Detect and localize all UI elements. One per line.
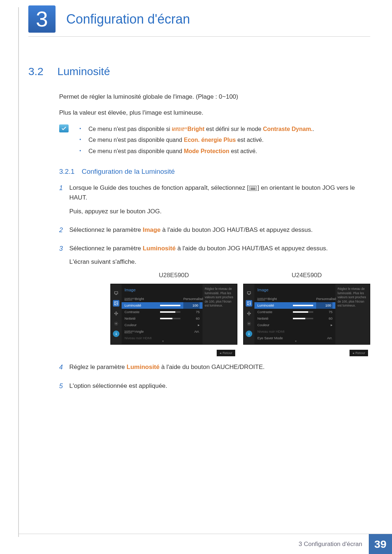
chevron-down-icon: ▾ (162, 339, 164, 344)
osd-menu-title: Image (254, 287, 335, 296)
chapter-header: 3 Configuration d'écran (28, 5, 370, 37)
image-param-label: Image (143, 226, 160, 233)
step-1-number: 1 (59, 183, 69, 220)
osd-item-niveau-hdmi: Niveau noir HDMI (254, 328, 335, 335)
back-arrow-icon: ◂ (352, 351, 354, 355)
osd-val-arr: Arr. (316, 335, 332, 341)
monitor-icon (113, 290, 119, 296)
subsection-title: Configuration de la Luminosité (82, 168, 175, 176)
step-5-text: L'option sélectionnée est appliquée. (69, 381, 370, 391)
note-3-text-c: est activé. (229, 148, 257, 154)
subsection-heading: 3.2.1 Configuration de la Luminosité (59, 168, 370, 176)
svg-rect-0 (115, 292, 118, 294)
contraste-dynam-label: Contraste Dynam. (263, 126, 313, 132)
section-title: Luminosité (57, 65, 110, 78)
page-number: 39 (369, 534, 392, 554)
step-2-number: 2 (59, 225, 69, 238)
section-number: 3.2 (28, 65, 57, 78)
osd-menu-left: Image SAMSUNGMAGICBright Personnalisé Lu… (110, 284, 237, 345)
osd-main: Image SAMSUNGMAGICBright Personnalisé Lu… (122, 284, 203, 344)
chapter-title: Configuration d'écran (66, 12, 190, 27)
osd-item-magic-bright: SAMSUNGMAGICBright Personnalisé (254, 296, 335, 302)
osd-item-contraste: Contraste 75 (122, 309, 203, 315)
step-1-text-a: Lorsque le Guide des touches de fonction… (69, 184, 249, 191)
note-1-text-c: est défini sur le mode (204, 126, 263, 132)
osd-item-nettete: Netteté 60 (254, 315, 335, 322)
note-block: Ce menu n'est pas disponible si SAMSUNGM… (59, 124, 370, 157)
osd-item-nettete: Netteté 60 (122, 315, 203, 322)
note-item-2: Ce menu n'est pas disponible quand Econ.… (79, 135, 314, 145)
osd-help-panel: Réglez le niveau de luminosité. Plus les… (335, 284, 370, 344)
svg-rect-6 (248, 292, 251, 294)
osd-column-right: U24E590D (243, 270, 370, 350)
osd-val-arr: Arr. (183, 329, 200, 334)
chevron-down-icon: ▾ (295, 339, 297, 344)
osd-menu-title: Image (122, 287, 203, 296)
intro-paragraph-2: Plus la valeur est élevée, plus l'image … (59, 108, 370, 118)
step-1-text-c: Puis, appuyez sur le bouton JOG. (69, 206, 370, 216)
note-1-text-e: . (313, 126, 314, 132)
osd-val-60: 60 (316, 316, 332, 321)
luminosite-param-label-2: Luminosité (127, 364, 160, 370)
step-3-number: 3 (59, 243, 69, 357)
osd-menu-right: Image SAMSUNGMAGICBright Personnalisé Lu… (243, 284, 370, 345)
magic-bright-label: SAMSUNGMAGICBright (172, 126, 205, 132)
picture-icon (246, 300, 252, 307)
step-5: 5 L'option sélectionnée est appliquée. (59, 381, 370, 394)
arrow-right-icon: ▸ (316, 322, 332, 328)
arrow-right-icon: ▸ (183, 322, 200, 328)
note-2-text-c: est activé. (236, 137, 264, 143)
osd-item-luminosite: Luminosité 100 (254, 302, 335, 309)
note-2-text-a: Ce menu n'est pas disponible quand (89, 137, 184, 143)
gear-icon (246, 320, 252, 327)
svg-point-2 (115, 303, 116, 303)
note-3-text-a: Ce menu n'est pas disponible quand (89, 148, 184, 154)
picture-icon (113, 300, 119, 307)
osd-model-right: U24E590D (243, 270, 370, 280)
svg-point-10 (249, 333, 249, 333)
note-icon (59, 124, 69, 132)
step-4: 4 Réglez le paramètre Luminosité à l'aid… (59, 362, 370, 376)
luminosite-param-label: Luminosité (143, 245, 176, 252)
osd-footer-retour: ◂ Retour (217, 350, 235, 356)
footer-chapter-label: 3 Configuration d'écran (299, 534, 369, 554)
svg-point-4 (116, 333, 117, 333)
monitor-icon (246, 290, 252, 296)
osd-item-contraste: Contraste 75 (254, 309, 335, 315)
svg-point-8 (248, 303, 249, 303)
menu-icon (249, 186, 257, 191)
osd-val-personnalise: Personnalisé (183, 296, 200, 301)
econ-energie-label: Econ. énergie Plus (184, 137, 236, 143)
info-icon (113, 331, 119, 337)
osd-val-75: 75 (183, 309, 200, 315)
subsection-number: 3.2.1 (59, 168, 82, 176)
step-3-text-c: à l'aide du bouton JOG HAUT/BAS et appuy… (176, 245, 328, 252)
chapter-number-badge: 3 (28, 5, 56, 33)
step-5-number: 5 (59, 381, 69, 394)
osd-sidebar (111, 284, 122, 344)
page-footer: 3 Configuration d'écran 39 (18, 534, 392, 554)
info-icon (246, 331, 252, 337)
step-4-number: 4 (59, 362, 69, 376)
step-2-text-a: Sélectionnez le paramètre (69, 226, 143, 233)
step-3-text-a: Sélectionnez le paramètre (69, 245, 143, 252)
intro-paragraph-1: Permet de régler la luminosité globale d… (59, 92, 370, 102)
step-4-text-a: Réglez le paramètre (69, 364, 127, 370)
osd-item-couleur: Couleur ▸ (122, 322, 203, 328)
svg-rect-5 (116, 334, 117, 335)
osd-item-luminosite: Luminosité 100 (122, 302, 203, 309)
step-list: 1 Lorsque le Guide des touches de foncti… (59, 183, 370, 394)
step-3-text-d: L'écran suivant s'affiche. (69, 257, 370, 267)
osd-screenshots-row: U28E590D (110, 270, 370, 350)
osd-help-panel: Réglez le niveau de luminosité. Plus les… (203, 284, 237, 344)
osd-footer-retour: ◂ Retour (350, 350, 368, 356)
move-icon (113, 310, 119, 317)
osd-sidebar (244, 284, 254, 344)
note-item-1: Ce menu n'est pas disponible si SAMSUNGM… (79, 124, 314, 135)
osd-item-couleur: Couleur ▸ (254, 322, 335, 328)
osd-val-100: 100 (183, 302, 200, 308)
osd-item-magic-angle: SAMSUNGMAGICAngle Arr. (122, 328, 203, 335)
step-4-text-c: à l'aide du bouton GAUCHE/DROITE. (159, 364, 265, 370)
osd-column-left: U28E590D (110, 270, 237, 350)
move-icon (246, 310, 252, 317)
